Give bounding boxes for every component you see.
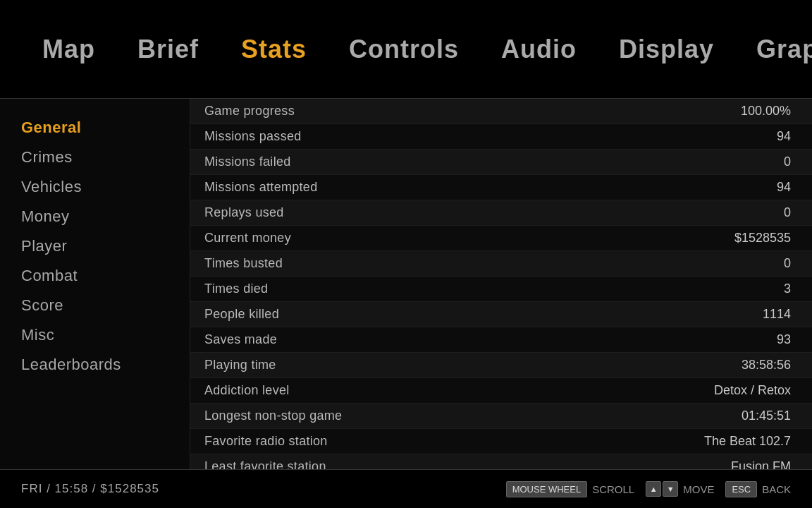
stat-row: Current money$1528535 — [190, 226, 812, 251]
mousewheel-key: MOUSE WHEEL — [506, 481, 588, 497]
stat-value: The Beat 102.7 — [704, 434, 791, 449]
nav-display[interactable]: Display — [619, 35, 714, 64]
stat-value: 38:58:56 — [742, 358, 791, 373]
back-control: ESC BACK — [725, 481, 791, 497]
nav-stats[interactable]: Stats — [241, 35, 307, 64]
stat-label: Favorite radio station — [204, 434, 328, 449]
stat-label: Missions passed — [204, 129, 302, 144]
stat-value: 0 — [784, 256, 791, 271]
sidebar-item-score[interactable]: Score — [21, 291, 168, 320]
stat-row: Favorite radio stationThe Beat 102.7 — [190, 429, 812, 454]
stat-value: 3 — [784, 282, 791, 296]
stat-row: Addiction levelDetox / Retox — [190, 378, 812, 404]
main-content: General Crimes Vehicles Money Player Com… — [0, 99, 812, 469]
scroll-label: SCROLL — [592, 483, 634, 495]
stat-row: Saves made93 — [190, 327, 812, 353]
stats-panel: Game progress100.00%Missions passed94Mis… — [190, 99, 812, 469]
stat-row: Missions passed94 — [190, 124, 812, 150]
nav-controls[interactable]: Controls — [349, 35, 459, 64]
stat-label: Times busted — [204, 256, 283, 271]
stat-row: Missions attempted94 — [190, 175, 812, 200]
sidebar-item-general[interactable]: General — [21, 113, 168, 143]
stat-row: People killed1114 — [190, 302, 812, 327]
stat-value: Detox / Retox — [714, 383, 791, 398]
stat-value: 0 — [784, 205, 791, 220]
stat-value: $1528535 — [734, 231, 791, 246]
move-control: ▲ ▼ MOVE — [646, 481, 714, 497]
stat-label: Current money — [204, 231, 291, 246]
stat-value: 1114 — [763, 307, 791, 322]
stat-row: Longest non-stop game01:45:51 — [190, 404, 812, 429]
back-label: BACK — [762, 483, 791, 495]
stat-row: Least favorite stationFusion FM — [190, 454, 812, 469]
stat-label: Times died — [204, 282, 268, 296]
nav-audio[interactable]: Audio — [501, 35, 577, 64]
stat-label: Saves made — [204, 332, 277, 347]
stat-value: 94 — [777, 129, 791, 144]
arrow-up-icon: ▲ — [646, 481, 661, 497]
stat-label: Game progress — [204, 104, 295, 119]
sidebar-item-crimes[interactable]: Crimes — [21, 143, 168, 172]
sidebar-item-player[interactable]: Player — [21, 231, 168, 261]
stat-row: Times died3 — [190, 277, 812, 302]
scroll-control: MOUSE WHEEL SCROLL — [506, 481, 635, 497]
stat-value: 01:45:51 — [742, 409, 791, 423]
arrow-keys: ▲ ▼ — [646, 481, 678, 497]
stat-label: People killed — [204, 307, 279, 322]
stat-label: Playing time — [204, 358, 276, 373]
stat-row: Missions failed0 — [190, 150, 812, 175]
money-display: $1528535 — [100, 482, 159, 495]
controls-hint: MOUSE WHEEL SCROLL ▲ ▼ MOVE ESC BACK — [506, 481, 791, 497]
nav-map[interactable]: Map — [42, 35, 95, 64]
move-label: MOVE — [683, 483, 714, 495]
stat-row: Replays used0 — [190, 200, 812, 226]
stat-value: 0 — [784, 155, 791, 169]
sidebar-item-combat[interactable]: Combat — [21, 261, 168, 291]
stat-value: 93 — [777, 332, 791, 347]
stat-label: Missions failed — [204, 155, 291, 169]
stat-label: Least favorite station — [204, 459, 326, 469]
bottom-bar: FRI / 15:58 / $1528535 MOUSE WHEEL SCROL… — [0, 469, 812, 508]
stat-label: Longest non-stop game — [204, 409, 342, 423]
sidebar-item-misc[interactable]: Misc — [21, 320, 168, 350]
sidebar-item-money[interactable]: Money — [21, 202, 168, 231]
stat-value: Fusion FM — [731, 459, 791, 469]
sidebar-item-leaderboards[interactable]: Leaderboards — [21, 350, 168, 380]
sidebar-item-vehicles[interactable]: Vehicles — [21, 172, 168, 202]
stats-sidebar: General Crimes Vehicles Money Player Com… — [0, 99, 190, 469]
day-display: FRI — [21, 482, 42, 495]
nav-brief[interactable]: Brief — [137, 35, 199, 64]
stat-label: Missions attempted — [204, 180, 317, 195]
arrow-down-icon: ▼ — [663, 481, 678, 497]
time-display: 15:58 — [55, 482, 89, 495]
esc-key: ESC — [725, 481, 757, 497]
stat-label: Replays used — [204, 205, 284, 220]
nav-graphics[interactable]: Graphics — [756, 35, 812, 64]
stat-value: 100.00% — [741, 104, 791, 119]
top-navigation: Map Brief Stats Controls Audio Display G… — [0, 0, 812, 99]
stat-value: 94 — [777, 180, 791, 195]
status-info: FRI / 15:58 / $1528535 — [21, 482, 159, 496]
stat-row: Game progress100.00% — [190, 99, 812, 124]
stat-row: Playing time38:58:56 — [190, 353, 812, 378]
stat-label: Addiction level — [204, 383, 290, 398]
stat-row: Times busted0 — [190, 251, 812, 277]
